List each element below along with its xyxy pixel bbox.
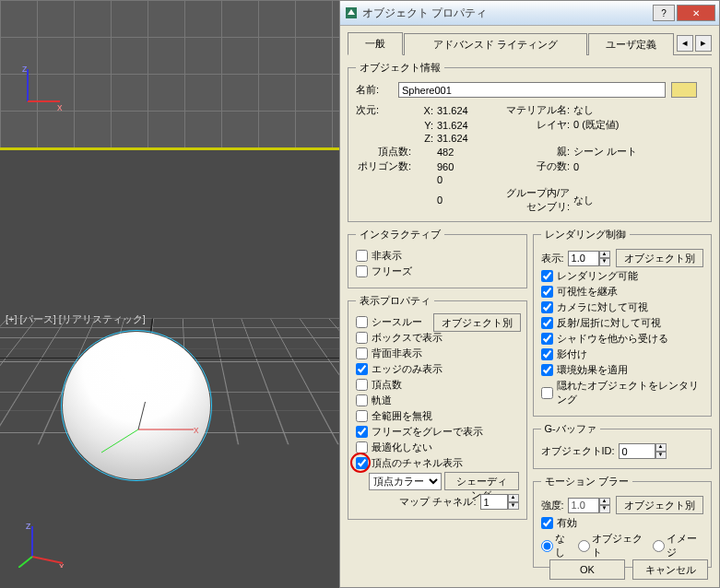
mblur-none-radio[interactable] xyxy=(541,540,553,552)
hide-label: 非表示 xyxy=(372,249,402,263)
object-properties-dialog: オブジェクト プロパティ ? ✕ 一般 アドバンスド ライティング ユーザ定義 … xyxy=(339,0,720,588)
no-degrade-checkbox[interactable] xyxy=(356,441,368,453)
freeze-gray-checkbox[interactable] xyxy=(356,426,368,438)
shading-button[interactable]: シェーディング xyxy=(444,472,519,490)
svg-text:x: x xyxy=(59,560,65,568)
y-label: Y: xyxy=(415,120,433,131)
object-axis-gizmo[interactable]: x xyxy=(92,402,203,457)
render-legend: レンダリング制御 xyxy=(541,228,630,241)
gbuffer-group: G-バッファ オブジェクトID: ▲▼ xyxy=(533,422,713,469)
close-button[interactable]: ✕ xyxy=(677,5,715,21)
freeze-checkbox[interactable] xyxy=(356,265,368,277)
mblur-by-object-button[interactable]: オブジェクト別 xyxy=(616,496,703,514)
cancel-button[interactable]: キャンセル xyxy=(632,559,708,580)
svg-line-6 xyxy=(138,402,148,429)
mblur-enabled-checkbox[interactable] xyxy=(541,517,553,529)
oid-down[interactable]: ▼ xyxy=(655,452,667,460)
tab-user-defined[interactable]: ユーザ定義 xyxy=(588,33,674,55)
x-value: 31.624 xyxy=(437,105,492,116)
y-value: 31.624 xyxy=(437,120,492,131)
display-by-object-button[interactable]: オブジェクト別 xyxy=(433,313,521,332)
material-label: マテリアル名: xyxy=(496,103,570,117)
svg-text:x: x xyxy=(194,424,199,435)
children-value: 0 xyxy=(573,161,656,172)
mult-input[interactable] xyxy=(568,498,599,513)
group-label: グループ内/アセンブリ: xyxy=(496,186,570,214)
occluded-checkbox[interactable] xyxy=(541,387,553,399)
object-info-group: オブジェクト情報 名前: 次元: X: 31.624 マテリアル名: なし Y:… xyxy=(348,61,712,222)
backface-checkbox[interactable] xyxy=(356,347,368,359)
verts-value: 482 xyxy=(437,147,492,158)
vchannel-checkbox[interactable] xyxy=(356,457,368,469)
help-button[interactable]: ? xyxy=(653,5,675,21)
mblur-image-radio[interactable] xyxy=(653,540,665,552)
render-by-object-button[interactable]: オブジェクト別 xyxy=(616,249,703,267)
app-icon xyxy=(344,6,359,20)
children-label: 子の数: xyxy=(496,159,570,173)
vis-up[interactable]: ▲ xyxy=(599,251,610,259)
tab-adv-lighting[interactable]: アドバンスド ライティング xyxy=(404,33,587,55)
edges-checkbox[interactable] xyxy=(356,363,368,375)
ok-button[interactable]: OK xyxy=(549,559,625,580)
atmos-checkbox[interactable] xyxy=(541,364,553,376)
faces-label: ポリゴン数: xyxy=(356,159,411,173)
cast-shadow-checkbox[interactable] xyxy=(541,348,553,360)
tab-general[interactable]: 一般 xyxy=(348,32,403,55)
visibility-label: 表示: xyxy=(541,252,564,265)
render-group: レンダリング制御 表示: ▲▼ オブジェクト別 レンダリング可能 可視性を継承 … xyxy=(533,228,713,417)
renderable-checkbox[interactable] xyxy=(541,270,553,282)
color-swatch[interactable] xyxy=(671,82,697,98)
vticks-checkbox[interactable] xyxy=(356,379,368,391)
mblur-group: モーション ブラー 強度: ▲▼ オブジェクト別 有効 なし xyxy=(533,475,713,568)
gbuffer-legend: G-バッファ xyxy=(541,422,600,436)
map-ch-up[interactable]: ▲ xyxy=(508,494,519,502)
see-through-checkbox[interactable] xyxy=(356,316,368,328)
object-id-label: オブジェクトID: xyxy=(541,444,615,458)
mblur-object-radio[interactable] xyxy=(578,540,590,552)
tab-prev[interactable]: ◂ xyxy=(677,35,693,52)
svg-text:y: y xyxy=(18,566,24,568)
layer-value: 0 (既定値) xyxy=(573,118,656,132)
vis-cam-checkbox[interactable] xyxy=(541,301,553,313)
svg-text:z: z xyxy=(26,522,31,531)
group-value: なし xyxy=(573,194,656,207)
parent-label: 親: xyxy=(496,145,570,159)
hide-checkbox[interactable] xyxy=(356,250,368,262)
dialog-title: オブジェクト プロパティ xyxy=(362,6,651,21)
titlebar[interactable]: オブジェクト プロパティ ? ✕ xyxy=(340,1,719,26)
freeze-label: フリーズ xyxy=(372,265,412,278)
viewport-area[interactable]: z x [+] [パース] [リアリスティック] x z x y xyxy=(0,0,350,588)
z-value: 31.624 xyxy=(437,133,492,144)
name-input[interactable] xyxy=(398,82,666,98)
vis-refl-checkbox[interactable] xyxy=(541,317,553,329)
mult-down[interactable]: ▼ xyxy=(599,505,610,513)
ignore-ext-checkbox[interactable] xyxy=(356,410,368,422)
box-checkbox[interactable] xyxy=(356,332,368,344)
mblur-legend: モーション ブラー xyxy=(541,475,632,488)
parent-value: シーン ルート xyxy=(573,145,656,159)
viewport-top[interactable]: z x xyxy=(0,0,350,147)
inherit-vis-checkbox[interactable] xyxy=(541,286,553,298)
map-channel-input[interactable] xyxy=(480,494,508,510)
tab-next[interactable]: ▸ xyxy=(695,35,712,52)
layer-label: レイヤ: xyxy=(496,118,570,132)
object-id-input[interactable] xyxy=(619,443,655,459)
viewport-perspective[interactable]: [+] [パース] [リアリスティック] x z x y xyxy=(0,153,350,588)
name-label: 名前: xyxy=(356,83,398,97)
map-ch-down[interactable]: ▼ xyxy=(508,502,519,511)
vis-down[interactable]: ▼ xyxy=(599,258,610,266)
svg-text:z: z xyxy=(22,65,28,74)
mult-label: 強度: xyxy=(541,499,564,512)
svg-text:x: x xyxy=(57,101,63,111)
faces-value: 960 xyxy=(437,161,492,172)
z-label: Z: xyxy=(415,133,433,144)
recv-shadow-checkbox[interactable] xyxy=(541,333,553,345)
oid-up[interactable]: ▲ xyxy=(655,443,667,452)
vcolor-select[interactable]: 頂点カラー xyxy=(369,473,442,490)
extra-0b: 0 xyxy=(437,194,492,206)
interactive-legend: インタラクティブ xyxy=(356,228,444,241)
mult-up[interactable]: ▲ xyxy=(599,498,610,506)
traj-checkbox[interactable] xyxy=(356,394,368,406)
interactive-group: インタラクティブ 非表示 フリーズ xyxy=(348,228,527,288)
visibility-input[interactable] xyxy=(568,251,599,266)
